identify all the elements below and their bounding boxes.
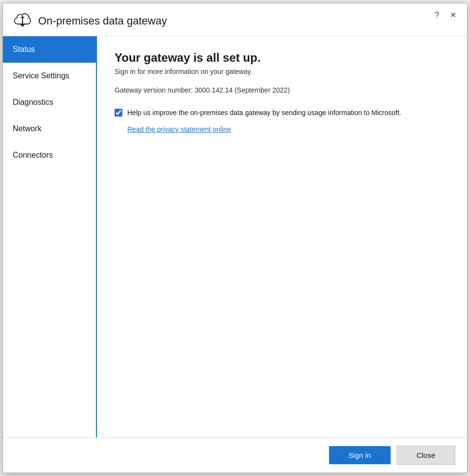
usage-checkbox-section: Help us improve the on-premises data gat…: [115, 108, 449, 119]
privacy-link[interactable]: Read the privacy statement online: [127, 125, 449, 133]
sidebar-item-diagnostics[interactable]: Diagnostics: [3, 89, 96, 116]
bottom-bar: Sign in Close: [3, 437, 467, 473]
sidebar-item-connectors[interactable]: Connectors: [3, 142, 96, 168]
status-subtext: Sign in for more information on your gat…: [115, 68, 449, 75]
cloud-icon: [13, 11, 32, 31]
app-window: On-premises data gateway ? ✕ Status Serv…: [2, 3, 468, 473]
content-area: Your gateway is all set up. Sign in for …: [97, 36, 467, 437]
usage-checkbox[interactable]: [115, 109, 122, 117]
title-bar: On-premises data gateway ? ✕: [3, 3, 467, 36]
main-content: Status Service Settings Diagnostics Netw…: [3, 36, 467, 437]
usage-checkbox-label[interactable]: Help us improve the on-premises data gat…: [127, 108, 401, 118]
app-title: On-premises data gateway: [38, 15, 457, 27]
window-controls: ? ✕: [432, 10, 459, 20]
sidebar-item-network[interactable]: Network: [3, 116, 96, 142]
gateway-version: Gateway version number: 3000.142.14 (Sep…: [115, 86, 449, 94]
sign-in-button[interactable]: Sign in: [329, 446, 391, 464]
help-button[interactable]: ?: [432, 10, 442, 20]
sidebar-item-service-settings[interactable]: Service Settings: [3, 63, 96, 89]
sidebar: Status Service Settings Diagnostics Netw…: [3, 36, 97, 437]
status-heading: Your gateway is all set up.: [115, 51, 449, 65]
sidebar-item-status[interactable]: Status: [3, 36, 96, 63]
close-button[interactable]: Close: [397, 446, 455, 465]
usage-checkbox-container[interactable]: [115, 109, 122, 119]
close-window-button[interactable]: ✕: [447, 10, 459, 20]
